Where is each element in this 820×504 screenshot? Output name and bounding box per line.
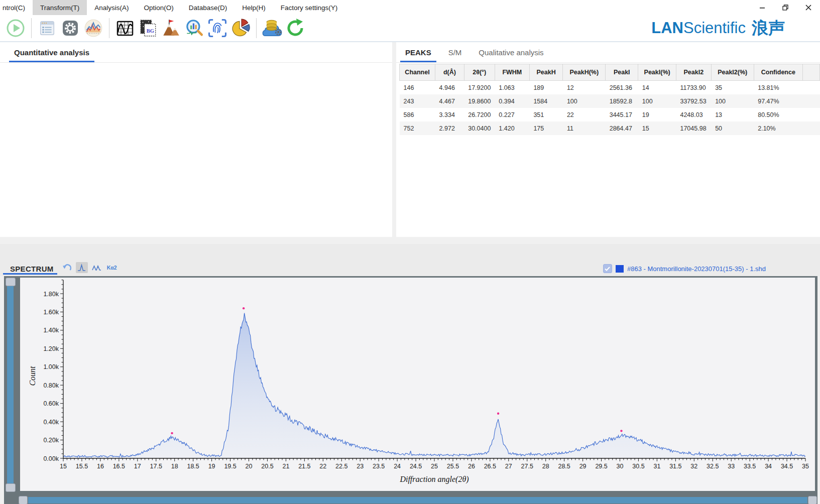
report-button[interactable] xyxy=(36,17,59,39)
x-tick-label: 25 xyxy=(431,463,438,470)
table-row[interactable]: 7522.97230.04001.420175112864.471517045.… xyxy=(400,121,820,135)
tab-s-m[interactable]: S/M xyxy=(446,42,464,62)
series-line xyxy=(63,313,805,457)
x-tick-label: 33 xyxy=(728,463,735,470)
settings-button[interactable] xyxy=(59,17,82,39)
column-header-d[interactable]: d(Å) xyxy=(435,64,464,81)
x-tick-label: 17 xyxy=(134,463,141,470)
column-header-2[interactable]: 2θ(°) xyxy=(464,64,495,81)
right-tab-row: PEAKSS/MQualitative analysis xyxy=(396,42,820,63)
spectrum-chart-button[interactable] xyxy=(82,17,105,39)
pie-chart-button[interactable] xyxy=(229,17,252,39)
menu-item-helph[interactable]: Help(H) xyxy=(235,0,273,15)
double-peak-icon xyxy=(92,264,101,272)
menu-item-databased[interactable]: Database(D) xyxy=(181,0,235,15)
x-tick-label: 24.5 xyxy=(410,463,422,470)
column-header-peaki2[interactable]: PeakI2(%) xyxy=(711,64,754,81)
x-tick-label: 19.5 xyxy=(224,463,236,470)
gear-icon xyxy=(60,18,80,38)
tab-peaks[interactable]: PEAKS xyxy=(403,42,433,62)
menu-item-ntrolc[interactable]: ntrol(C) xyxy=(0,0,33,15)
grid-curve-button[interactable] xyxy=(113,17,137,39)
table-row[interactable]: 5863.33426.72000.227351223445.17194248.0… xyxy=(400,108,820,121)
play-button[interactable] xyxy=(4,17,27,39)
column-header-channel[interactable]: Channel xyxy=(400,64,435,81)
database-sync-button[interactable] xyxy=(261,17,284,39)
y-tick-label: 0.20k xyxy=(43,437,59,444)
ka2-tool-button[interactable]: Kα2 xyxy=(106,262,118,273)
menu-item-analysisa[interactable]: Analysis(A) xyxy=(87,0,136,15)
table-cell: 3.334 xyxy=(435,108,464,121)
column-header-confidence[interactable]: Confidence xyxy=(754,64,802,81)
horizontal-zoom-handle-left[interactable] xyxy=(19,496,28,504)
x-tick-label: 32.5 xyxy=(707,463,719,470)
legend-label: #863 - Montmorillonite-20230701(15-35) -… xyxy=(627,265,766,273)
window-controls xyxy=(751,0,820,15)
tab-qualitative-analysis[interactable]: Qualitative analysis xyxy=(477,42,545,62)
x-tick-label: 28 xyxy=(542,463,549,470)
background-subtract-button[interactable]: BG xyxy=(137,17,160,39)
x-tick-label: 16 xyxy=(97,463,104,470)
column-header-peaki[interactable]: PeakI(%) xyxy=(638,64,676,81)
y-tick-label: 1.40k xyxy=(43,327,59,334)
legend-checkbox[interactable] xyxy=(603,264,612,273)
table-cell: 1.063 xyxy=(495,81,529,95)
column-header-peaki[interactable]: PeakI xyxy=(606,64,638,81)
report-icon xyxy=(38,19,57,38)
search-chart-button[interactable] xyxy=(183,17,206,39)
y-tick-label: 0.00k xyxy=(43,455,59,462)
table-cell: 12 xyxy=(563,81,606,95)
horizontal-zoom-handle-right[interactable] xyxy=(808,496,817,504)
table-cell: 175 xyxy=(529,121,563,135)
y-tick-label: 1.60k xyxy=(43,309,59,316)
table-cell: 26.7200 xyxy=(464,108,495,121)
undo-button[interactable] xyxy=(61,262,73,273)
column-header-peakh[interactable]: PeakH(%) xyxy=(563,64,606,81)
table-row[interactable]: 2434.46719.86000.394158410018592.8100337… xyxy=(400,94,820,108)
undo-icon xyxy=(62,264,71,272)
menu-item-factorysettingsy[interactable]: Factory settings(Y) xyxy=(273,0,345,15)
y-tick-label: 0.80k xyxy=(43,382,59,389)
column-header-spacer xyxy=(803,64,820,81)
peaks-table: Channeld(Å)2θ(°)FWHMPeakHPeakH(%)PeakIPe… xyxy=(399,64,820,135)
play-icon xyxy=(6,18,26,38)
x-tick-label: 20.5 xyxy=(261,463,273,470)
table-cell: 11733.90 xyxy=(676,81,711,95)
x-tick-label: 29.5 xyxy=(595,463,607,470)
vertical-zoom-handle-bottom[interactable] xyxy=(6,483,16,492)
spectrum-toolbar: SPECTRUM Kα2 xyxy=(0,244,820,276)
table-cell: 50 xyxy=(711,121,754,135)
horizontal-zoom-track[interactable] xyxy=(28,497,807,503)
check-icon xyxy=(605,267,610,271)
database-cloud-icon xyxy=(261,17,283,39)
vertical-zoom-track[interactable] xyxy=(7,279,14,484)
peak-search-button[interactable] xyxy=(160,17,183,39)
x-tick-label: 23.5 xyxy=(373,463,385,470)
close-button[interactable] xyxy=(797,0,820,15)
table-cell: 19 xyxy=(638,108,676,121)
menu-item-transformt[interactable]: Transform(T) xyxy=(33,0,87,15)
tab-quantitative-analysis[interactable]: Quantitative analysis xyxy=(12,42,91,62)
double-peak-tool-button[interactable] xyxy=(91,262,103,273)
table-row[interactable]: 1464.94617.92001.063189122561.361411733.… xyxy=(400,81,820,95)
column-header-peakh[interactable]: PeakH xyxy=(529,64,563,81)
single-peak-tool-button[interactable] xyxy=(76,262,88,273)
fingerprint-button[interactable] xyxy=(206,17,229,39)
table-cell xyxy=(803,108,820,121)
x-tick-label: 21 xyxy=(282,463,289,470)
table-cell: 351 xyxy=(529,108,563,121)
spectrum-chart[interactable]: 0.00k0.20k0.40k0.60k0.80k1.00k1.20k1.40k… xyxy=(20,278,815,491)
refresh-button[interactable] xyxy=(284,17,307,39)
x-tick-label: 22 xyxy=(319,463,326,470)
menu-item-optiono[interactable]: Option(O) xyxy=(137,0,181,15)
x-axis-title: Diffraction angle(2θ) xyxy=(399,475,468,484)
restore-button[interactable] xyxy=(774,0,797,15)
table-cell: 586 xyxy=(400,108,435,121)
column-header-fwhm[interactable]: FWHM xyxy=(495,64,529,81)
spectrum-panel: 0.00k0.20k0.40k0.60k0.80k1.00k1.20k1.40k… xyxy=(4,276,817,504)
vertical-zoom-handle-top[interactable] xyxy=(6,278,16,286)
peaks-table-header: Channeld(Å)2θ(°)FWHMPeakHPeakH(%)PeakIPe… xyxy=(400,64,820,81)
minimize-button[interactable] xyxy=(751,0,774,15)
column-header-peaki2[interactable]: PeakI2 xyxy=(676,64,711,81)
table-cell: 2864.47 xyxy=(606,121,638,135)
